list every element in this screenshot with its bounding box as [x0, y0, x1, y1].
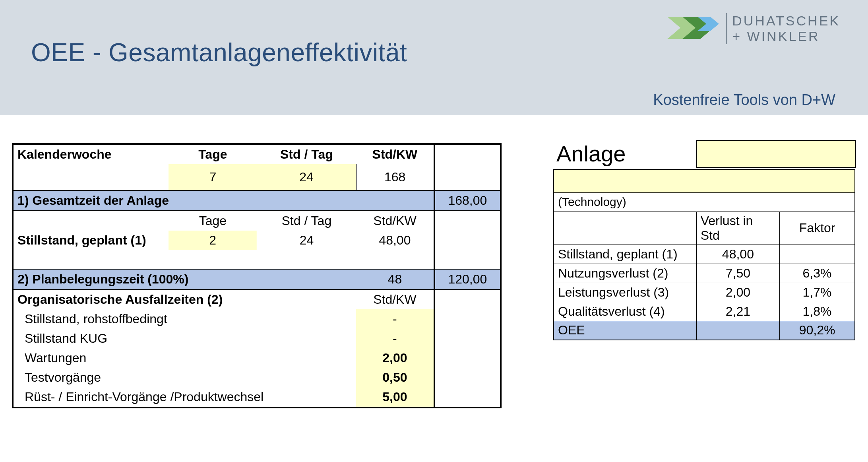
- col-stdkw-2: Std/KW: [356, 211, 434, 231]
- stillstand-label: Stillstand, geplant (1): [13, 231, 169, 250]
- anlage-name-row[interactable]: [554, 169, 855, 192]
- page-title: OEE - Gesamtanlageneffektivität: [31, 38, 407, 67]
- header: OEE - Gesamtanlageneffektivität DUHATSCH…: [0, 0, 868, 115]
- stillstand-stdkw: 48,00: [356, 231, 434, 250]
- stdkw-value: 168: [356, 164, 434, 190]
- org-item-4: Rüst- / Einricht-Vorgänge /Produktwechse…: [13, 387, 356, 408]
- org-item-1: Stillstand KUG: [13, 329, 356, 348]
- oee-input-table: Kalenderwoche Tage Std / Tag Std/KW 7 24…: [12, 143, 502, 408]
- col-stdtag-2: Std / Tag: [257, 211, 356, 231]
- org-val-2[interactable]: 2,00: [356, 348, 434, 368]
- org-val-1[interactable]: -: [356, 329, 434, 348]
- anlage-label: Anlage: [553, 140, 696, 169]
- stillstand-stdtag: 24: [257, 231, 356, 250]
- oee-label: OEE: [554, 321, 696, 340]
- r2-factor: 1,7%: [780, 283, 855, 302]
- r3-label: Qualitätsverlust (4): [554, 302, 696, 321]
- org-val-4[interactable]: 5,00: [356, 387, 434, 408]
- org-label: Organisatorische Ausfallzeiten (2): [13, 289, 356, 309]
- brand-text: DUHATSCHEK + WINKLER: [726, 13, 840, 44]
- r3-factor: 1,8%: [780, 302, 855, 321]
- col-tage: Tage: [169, 144, 257, 164]
- r3-loss: 2,21: [696, 302, 779, 321]
- org-item-0: Stillstand, rohstoffbedingt: [13, 309, 356, 329]
- tage-input[interactable]: 7: [169, 164, 257, 190]
- anlage-table: (Technology) Verlust in Std Faktor Still…: [553, 169, 855, 340]
- content-area: Kalenderwoche Tage Std / Tag Std/KW 7 24…: [0, 115, 868, 408]
- col-tage-2: Tage: [169, 211, 257, 231]
- oee-value: 90,2%: [780, 321, 855, 340]
- r2-loss: 2,00: [696, 283, 779, 302]
- brand-line2: + WINKLER: [732, 29, 820, 44]
- oee-loss-blank: [696, 321, 779, 340]
- col-loss: Verlust in Std: [696, 212, 779, 245]
- r0-loss: 48,00: [696, 245, 779, 264]
- tagline: Kostenfreie Tools von D+W: [653, 91, 835, 109]
- anlage-panel: Anlage (Technology) Verlust in Std Fakto…: [553, 140, 856, 340]
- r0-label: Stillstand, geplant (1): [554, 245, 696, 264]
- section2-val: 48: [356, 269, 434, 289]
- logo-icon: [667, 12, 719, 45]
- section1-label: 1) Gesamtzeit der Anlage: [13, 190, 434, 211]
- stdtag-input[interactable]: 24: [257, 164, 356, 190]
- empty-header: [554, 212, 696, 245]
- col-factor: Faktor: [780, 212, 855, 245]
- r1-factor: 6,3%: [780, 264, 855, 283]
- org-item-3: Testvorgänge: [13, 368, 356, 387]
- r0-factor: [780, 245, 855, 264]
- stillstand-tage-input[interactable]: 2: [169, 231, 257, 250]
- brand-line1: DUHATSCHEK: [732, 13, 840, 28]
- technology-label: (Technology): [554, 192, 855, 212]
- anlage-input[interactable]: [696, 140, 856, 168]
- r1-loss: 7,50: [696, 264, 779, 283]
- org-val-3[interactable]: 0,50: [356, 368, 434, 387]
- org-item-2: Wartungen: [13, 348, 356, 368]
- section2-total: 120,00: [434, 269, 501, 289]
- r2-label: Leistungsverlust (3): [554, 283, 696, 302]
- org-val-0[interactable]: -: [356, 309, 434, 329]
- section1-total: 168,00: [434, 190, 501, 211]
- r1-label: Nutzungsverlust (2): [554, 264, 696, 283]
- col-stdtag: Std / Tag: [257, 144, 356, 164]
- kw-label: Kalenderwoche: [13, 144, 169, 164]
- brand-logo: DUHATSCHEK + WINKLER: [667, 12, 840, 45]
- total-col-blank: [434, 144, 501, 164]
- col-stdkw: Std/KW: [356, 144, 434, 164]
- section2-label: 2) Planbelegungszeit (100%): [13, 269, 356, 289]
- org-col: Std/KW: [356, 289, 434, 309]
